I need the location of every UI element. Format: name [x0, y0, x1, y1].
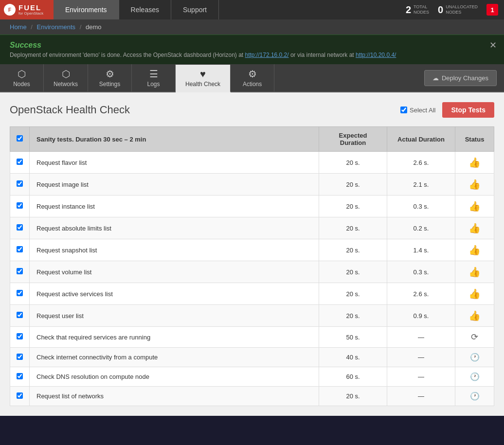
status-ok-icon: 👍: [468, 310, 481, 321]
row-status: 🕐: [455, 367, 494, 387]
row-status: 👍: [455, 305, 494, 327]
row-test-name: Request instance list: [30, 196, 319, 217]
banner-link2[interactable]: http://10.20.0.4/: [356, 52, 396, 58]
nav-tab-releases[interactable]: Releases: [119, 0, 171, 19]
row-status: 👍: [455, 283, 494, 305]
row-expected: 20 s.: [319, 152, 387, 174]
row-test-name: Request active services list: [30, 283, 319, 305]
col-header-status: Status: [455, 127, 494, 152]
unallocated-nodes-stat: 0 UNALLOCATEDNODES: [438, 4, 478, 16]
success-message: Deployment of environment 'demo' is done…: [10, 52, 494, 58]
table-row: Check internet connectivity from a compu…: [10, 348, 494, 367]
table-header-row: Sanity tests. Duration 30 sec – 2 min Ex…: [10, 127, 494, 152]
breadcrumb: Home / Environments / demo: [0, 19, 504, 35]
row-actual: 2.1 s.: [387, 174, 455, 196]
nav-tab-support[interactable]: Support: [171, 0, 219, 19]
row-checkbox[interactable]: [17, 224, 23, 231]
stop-tests-button[interactable]: Stop Tests: [442, 102, 494, 118]
tab-nodes[interactable]: ⬡ Nodes: [0, 64, 44, 91]
row-expected: 20 s.: [319, 283, 387, 305]
status-pending-icon: 🕐: [470, 353, 480, 361]
row-actual: 0.9 s.: [387, 305, 455, 327]
tab-actions-label: Actions: [243, 81, 262, 88]
row-actual: 1.4 s.: [387, 239, 455, 261]
row-actual: 2.6 s.: [387, 152, 455, 174]
row-checkbox[interactable]: [17, 290, 23, 296]
row-checkbox[interactable]: [17, 392, 23, 399]
breadcrumb-home[interactable]: Home: [10, 23, 27, 31]
row-test-name: Request flavor list: [30, 152, 319, 174]
table-row: Check that required services are running…: [10, 327, 494, 348]
select-all-text: Select All: [410, 107, 435, 114]
row-checkbox[interactable]: [17, 268, 23, 274]
status-ok-icon: 👍: [468, 157, 481, 168]
col-header-checkbox: [10, 127, 30, 152]
logo-subtext: for OpenStack: [18, 11, 43, 16]
row-checkbox[interactable]: [17, 202, 23, 209]
networks-icon: ⬡: [62, 68, 70, 80]
row-checkbox[interactable]: [17, 312, 23, 318]
success-title: Success: [10, 41, 494, 50]
row-actual: —: [387, 367, 455, 387]
row-expected: 20 s.: [319, 261, 387, 283]
row-test-name: Check that required services are running: [30, 327, 319, 348]
row-expected: 60 s.: [319, 367, 387, 387]
row-test-name: Request snapshot list: [30, 239, 319, 261]
banner-link1[interactable]: http://172.16.0.2/: [245, 52, 289, 58]
select-all-label[interactable]: Select All: [400, 107, 435, 114]
breadcrumb-environments[interactable]: Environments: [37, 23, 75, 31]
tab-settings-label: Settings: [99, 81, 120, 88]
tab-networks-label: Networks: [54, 81, 78, 88]
notification-badge[interactable]: 1: [486, 4, 498, 16]
table-row: Request flavor list 20 s. 2.6 s. 👍: [10, 152, 494, 174]
row-expected: 20 s.: [319, 196, 387, 217]
tab-settings[interactable]: ⚙ Settings: [88, 64, 132, 91]
row-checkbox[interactable]: [17, 373, 23, 379]
row-status: 🕐: [455, 348, 494, 367]
row-actual: 0.3 s.: [387, 196, 455, 217]
status-ok-icon: 👍: [468, 245, 481, 255]
row-checkbox[interactable]: [17, 180, 23, 187]
close-banner-button[interactable]: ✕: [489, 40, 497, 51]
tab-networks[interactable]: ⬡ Networks: [44, 64, 88, 91]
row-actual: —: [387, 387, 455, 406]
row-test-name: Request absolute limits list: [30, 217, 319, 239]
row-status: 👍: [455, 239, 494, 261]
tab-actions[interactable]: ⚙ Actions: [231, 64, 274, 91]
actions-icon: ⚙: [248, 68, 257, 80]
table-row: Request user list 20 s. 0.9 s. 👍: [10, 305, 494, 327]
row-actual: 0.3 s.: [387, 261, 455, 283]
row-actual: —: [387, 348, 455, 367]
tab-logs-label: Logs: [147, 81, 160, 88]
table-row: Request absolute limits list 20 s. 0.2 s…: [10, 217, 494, 239]
row-actual: 2.6 s.: [387, 283, 455, 305]
row-checkbox[interactable]: [17, 246, 23, 252]
status-ok-icon: 👍: [468, 201, 481, 212]
deploy-changes-button[interactable]: ☁ Deploy Changes: [424, 70, 497, 86]
tab-health-check-label: Health Check: [185, 81, 220, 88]
tab-health-check[interactable]: ♥ Health Check: [176, 65, 231, 92]
settings-icon: ⚙: [106, 68, 114, 80]
deploy-icon: ☁: [432, 74, 439, 82]
deploy-label: Deploy Changes: [442, 74, 488, 82]
select-all-checkbox[interactable]: [400, 107, 407, 113]
row-expected: 40 s.: [319, 348, 387, 367]
row-checkbox[interactable]: [17, 159, 23, 165]
header-right: Select All Stop Tests: [400, 102, 494, 118]
logo: F FUEL for OpenStack: [0, 0, 54, 19]
section-checkbox[interactable]: [17, 135, 23, 142]
row-checkbox[interactable]: [17, 333, 23, 339]
table-row: Check DNS resolution on compute node 60 …: [10, 367, 494, 387]
row-expected: 20 s.: [319, 387, 387, 406]
col-header-expected: Expected Duration: [319, 127, 387, 152]
table-row: Request snapshot list 20 s. 1.4 s. 👍: [10, 239, 494, 261]
col-header-actual: Actual Duration: [387, 127, 455, 152]
page-header: OpenStack Health Check Select All Stop T…: [10, 102, 494, 118]
row-test-name: Request user list: [30, 305, 319, 327]
row-checkbox[interactable]: [17, 354, 23, 360]
tab-logs[interactable]: ☰ Logs: [132, 64, 176, 91]
row-test-name: Check DNS resolution on compute node: [30, 367, 319, 387]
main-content: OpenStack Health Check Select All Stop T…: [0, 92, 504, 416]
status-pending-icon: 🕐: [470, 392, 480, 400]
nav-tab-environments[interactable]: Environments: [54, 0, 119, 19]
